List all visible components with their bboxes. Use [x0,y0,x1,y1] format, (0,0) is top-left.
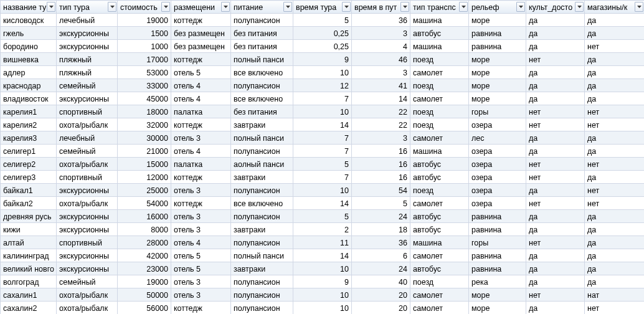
cell[interactable]: 45000 [118,92,171,105]
filter-dropdown-icon[interactable] [516,2,525,12]
filter-dropdown-icon[interactable] [108,2,116,12]
cell[interactable]: море [469,66,526,79]
cell[interactable]: полупансион [231,145,293,158]
cell[interactable]: алтай [1,236,57,249]
cell[interactable]: самолет [410,131,469,145]
cell[interactable]: да [526,210,585,223]
column-header[interactable]: тип тура [57,1,118,14]
cell[interactable]: 15000 [118,158,171,171]
cell[interactable]: коттедж [171,53,231,66]
cell[interactable]: 6 [352,249,410,262]
filter-dropdown-icon[interactable] [342,2,351,12]
cell[interactable]: 7 [293,131,352,145]
cell[interactable]: 9 [293,275,352,288]
cell[interactable]: да [526,40,585,53]
cell[interactable]: 14 [293,118,352,131]
cell[interactable]: 18 [352,223,410,236]
cell[interactable]: 30000 [118,131,171,145]
cell[interactable]: поезд [410,79,469,92]
cell[interactable]: нет [526,236,585,249]
filter-dropdown-icon[interactable] [400,2,409,12]
cell[interactable]: самолет [410,288,469,302]
filter-dropdown-icon[interactable] [161,2,170,12]
cell[interactable]: завтраки [231,171,293,184]
cell[interactable]: селигер3 [1,171,57,184]
cell[interactable]: автобус [410,27,469,40]
cell[interactable]: селигер2 [1,158,57,171]
cell[interactable]: пляжный [57,53,118,66]
cell[interactable]: 10 [293,105,352,118]
cell[interactable]: 24 [352,262,410,275]
cell[interactable]: древняя русь [1,210,57,223]
cell[interactable]: поезд [410,118,469,131]
cell[interactable]: полный панси [231,131,293,145]
cell[interactable]: байкал1 [1,184,57,197]
filter-dropdown-icon[interactable] [47,2,55,12]
cell[interactable]: 10 [293,288,352,302]
cell[interactable]: да [585,275,645,288]
cell[interactable]: нет [585,197,645,210]
cell[interactable]: автобус [410,171,469,184]
cell[interactable]: 5 [293,210,352,223]
cell[interactable]: коттедж [171,14,231,27]
cell[interactable]: 10 [293,184,352,197]
cell[interactable]: сахалин1 [1,288,57,302]
cell[interactable]: 32000 [118,118,171,131]
cell[interactable]: аолный панси [231,158,293,171]
cell[interactable]: 16 [352,158,410,171]
cell[interactable]: да [585,145,645,158]
cell[interactable]: коттедж [171,302,231,315]
cell[interactable]: 11 [293,236,352,249]
cell[interactable]: без питания [231,40,293,53]
cell[interactable]: полный панси [231,53,293,66]
filter-dropdown-icon[interactable] [283,2,292,12]
cell[interactable]: 5 [293,14,352,27]
cell[interactable]: 0,25 [293,27,352,40]
cell[interactable]: море [469,14,526,27]
cell[interactable]: 16 [352,171,410,184]
column-header[interactable]: магазины/к [585,1,645,14]
cell[interactable]: да [585,27,645,40]
filter-dropdown-icon[interactable] [221,2,230,12]
cell[interactable]: 16 [352,145,410,158]
cell[interactable]: равнина [469,40,526,53]
cell[interactable]: равнина [469,27,526,40]
cell[interactable]: 22 [352,118,410,131]
cell[interactable]: коттедж [171,197,231,210]
column-header[interactable]: время тура [293,1,352,14]
cell[interactable]: 10 [293,66,352,79]
cell[interactable]: 7 [293,92,352,105]
column-header[interactable]: тип транспс [410,1,469,14]
cell[interactable]: палатка [171,105,231,118]
cell[interactable]: автобус [410,223,469,236]
cell[interactable]: 33000 [118,79,171,92]
cell[interactable]: да [526,66,585,79]
cell[interactable]: отель 4 [171,236,231,249]
cell[interactable]: равнина [469,262,526,275]
cell[interactable]: нет [526,171,585,184]
cell[interactable]: экскурсионны [57,27,118,40]
cell[interactable]: 20 [352,302,410,315]
cell[interactable]: автобус [410,158,469,171]
cell[interactable]: да [585,131,645,145]
cell[interactable]: море [469,302,526,315]
cell[interactable]: море [469,288,526,302]
cell[interactable]: машина [410,145,469,158]
cell[interactable]: 2 [293,223,352,236]
cell[interactable]: 19000 [118,275,171,288]
cell[interactable]: самолет [410,197,469,210]
cell[interactable]: 12 [293,79,352,92]
cell[interactable]: машина [410,14,469,27]
cell[interactable]: озера [469,184,526,197]
cell[interactable]: горы [469,105,526,118]
filter-dropdown-icon[interactable] [635,2,643,12]
cell[interactable]: нет [585,184,645,197]
cell[interactable]: да [585,79,645,92]
cell[interactable]: все включено [231,197,293,210]
cell[interactable]: 36 [352,14,410,27]
cell[interactable]: спортивный [57,171,118,184]
cell[interactable]: адлер [1,66,57,79]
cell[interactable]: без размещен [171,40,231,53]
column-header[interactable]: культ_досто [526,1,585,14]
cell[interactable]: вишневка [1,53,57,66]
